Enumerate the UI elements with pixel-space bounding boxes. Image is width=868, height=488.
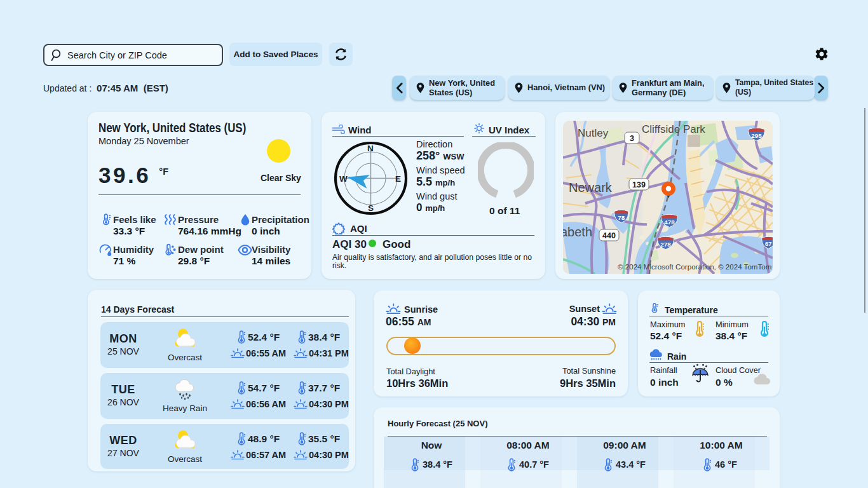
svg-text:139: 139 [632,180,646,189]
svg-text:278: 278 [660,241,671,248]
svg-text:Nutley: Nutley [578,127,609,139]
svg-text:78: 78 [618,214,625,221]
svg-text:Newark: Newark [569,180,613,194]
svg-text:Cliffside Park: Cliffside Park [642,123,705,135]
svg-text:abeth: abeth [563,225,592,239]
svg-text:67: 67 [765,241,771,247]
svg-text:295: 295 [751,132,762,139]
svg-text:3: 3 [630,134,634,143]
svg-text:478: 478 [664,219,675,226]
svg-text:440: 440 [602,231,616,240]
svg-text:© 2024 Microsoft Corporation,: © 2024 Microsoft Corporation, © 2024 Tom… [618,262,771,271]
